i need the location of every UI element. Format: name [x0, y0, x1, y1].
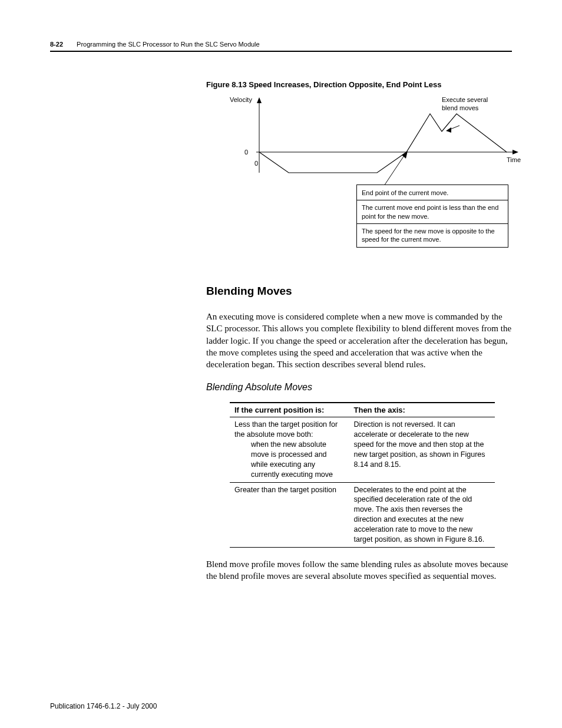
zero-x-label: 0	[254, 160, 258, 167]
figure-annotation-box: End point of the current move. The curre…	[356, 185, 508, 248]
cell-row1-col1: Less than the target position for the ab…	[230, 417, 349, 482]
table-row: Less than the target position for the ab…	[230, 417, 495, 482]
anno-3: The speed for the new move is opposite t…	[362, 227, 503, 244]
th-position: If the current position is:	[230, 403, 349, 417]
page: 8-22 Programming the SLC Processor to Ru…	[0, 0, 562, 728]
svg-line-6	[383, 152, 406, 187]
x-axis-label: Time	[507, 156, 521, 163]
blending-table: If the current position is: Then the axi…	[230, 402, 495, 548]
page-number: 8-22	[50, 41, 63, 48]
cell-row2-col1: Greater than the target position	[230, 482, 349, 547]
th-axis: Then the axis:	[349, 403, 495, 417]
cell-row1-col2: Direction is not reversed. It can accele…	[349, 417, 495, 482]
figure-caption: Figure 8.13 Speed Increases, Direction O…	[206, 80, 512, 89]
cell-row2-col2: Decelerates to the end point at the spec…	[349, 482, 495, 547]
figure-8-13: Velocity 0 0 Time Execute several blend …	[224, 96, 530, 261]
header-text: 8-22 Programming the SLC Processor to Ru…	[50, 41, 260, 48]
section-heading: Blending Moves	[206, 285, 512, 298]
paragraph-2: Blend move profile moves follow the same…	[206, 558, 512, 582]
svg-marker-5	[446, 127, 451, 133]
anno-2: The current move end point is less than …	[362, 203, 503, 220]
svg-marker-3	[513, 150, 518, 154]
publication-footer: Publication 1746-6.1.2 - July 2000	[50, 702, 157, 710]
zero-y-label: 0	[244, 149, 248, 156]
table-row: Greater than the target position Deceler…	[230, 482, 495, 547]
anno-1: End point of the current move.	[362, 189, 503, 197]
blend-moves-label: Execute several blend moves	[442, 96, 501, 113]
paragraph-1: An executing move is considered complete…	[206, 311, 512, 370]
y-axis-label: Velocity	[230, 96, 252, 103]
subheading: Blending Absolute Moves	[206, 382, 512, 393]
page-header: 8-22 Programming the SLC Processor to Ru…	[50, 38, 512, 52]
chapter-title: Programming the SLC Processor to Run the…	[77, 41, 260, 48]
svg-marker-1	[257, 97, 262, 103]
content-area: Figure 8.13 Speed Increases, Direction O…	[206, 80, 512, 582]
